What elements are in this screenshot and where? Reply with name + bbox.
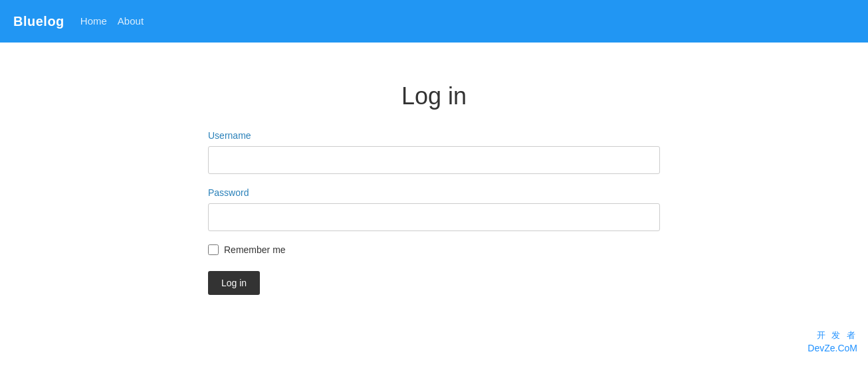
page-title: Log in	[208, 82, 660, 110]
watermark-line1: 开 发 者	[808, 329, 857, 342]
username-label: Username	[208, 130, 660, 141]
username-input[interactable]	[208, 146, 660, 174]
watermark-line2: DevZe.CoM	[808, 341, 857, 355]
remember-me-label[interactable]: Remember me	[224, 244, 286, 255]
login-form: Username Password Remember me Log in	[208, 130, 660, 295]
watermark: 开 发 者 DevZe.CoM	[808, 329, 857, 356]
login-button[interactable]: Log in	[208, 271, 260, 295]
nav-link-about[interactable]: About	[118, 15, 144, 27]
remember-me-group: Remember me	[208, 244, 660, 255]
navbar-brand[interactable]: Bluelog	[13, 14, 64, 29]
password-label: Password	[208, 187, 660, 198]
username-group: Username	[208, 130, 660, 174]
password-group: Password	[208, 187, 660, 231]
nav-item-home: Home	[80, 15, 107, 27]
nav-item-about: About	[118, 15, 144, 27]
nav-link-home[interactable]: Home	[80, 15, 107, 27]
remember-me-checkbox[interactable]	[208, 244, 219, 255]
navbar: Bluelog Home About	[0, 0, 868, 43]
navbar-nav: Home About	[80, 15, 144, 27]
login-container: Log in Username Password Remember me Log…	[208, 82, 660, 295]
main-content: Log in Username Password Remember me Log…	[0, 43, 868, 295]
password-input[interactable]	[208, 203, 660, 231]
